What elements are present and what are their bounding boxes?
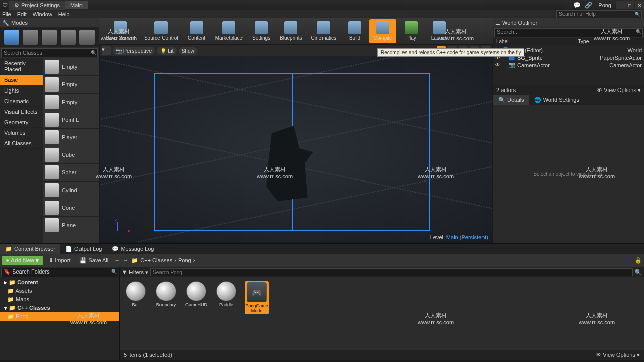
mode-foliage-icon[interactable] xyxy=(61,30,76,45)
cat-geometry[interactable]: Geometry xyxy=(0,117,43,128)
asset-item[interactable]: 🎮PongGame Mode xyxy=(245,281,269,314)
breadcrumb-item[interactable]: Pong xyxy=(178,257,191,263)
assets-search-input[interactable] xyxy=(150,268,633,276)
asset-item[interactable]: Ball xyxy=(124,281,148,307)
cat-basic[interactable]: Basic xyxy=(0,75,43,85)
class-icon xyxy=(126,281,146,301)
close-button[interactable]: ✕ xyxy=(635,1,644,9)
outliner-icon: ☰ xyxy=(495,20,500,26)
add-new-button[interactable]: + Add New ▾ xyxy=(2,256,43,265)
tab-main[interactable]: Main xyxy=(65,1,88,9)
lit-button[interactable]: 💡 Lit xyxy=(157,47,176,55)
col-label[interactable]: Label xyxy=(493,38,575,46)
save-all-button[interactable]: 💾 Save All xyxy=(76,256,111,265)
sphere-icon xyxy=(45,165,59,179)
compile-button[interactable]: Compile xyxy=(369,19,396,43)
settings-button[interactable]: Settings xyxy=(248,19,275,43)
launch-button[interactable]: Launch xyxy=(426,19,453,43)
menu-edit[interactable]: Edit xyxy=(17,11,27,17)
mode-landscape-icon[interactable] xyxy=(42,30,57,45)
cinematics-button[interactable]: Cinematics xyxy=(307,19,340,43)
tab-message-log[interactable]: 💬Message Log xyxy=(107,244,159,254)
import-button[interactable]: ⬇ Import xyxy=(46,256,73,265)
tab-world-settings[interactable]: 🌐World Settings xyxy=(529,95,584,105)
tree-content[interactable]: ▸ 📁 Content xyxy=(0,278,119,287)
tab-details[interactable]: 🔍Details xyxy=(493,95,529,105)
tree-search-input[interactable]: 🔖 Search Folders xyxy=(1,268,118,277)
cat-cinematic[interactable]: Cinematic xyxy=(0,96,43,107)
viewport[interactable]: xz Level: Main (Persistent) xyxy=(100,56,492,242)
search-icon: 🔍 xyxy=(635,269,642,276)
tree-pong[interactable]: 📁 Pong xyxy=(0,312,119,321)
cat-recently-placed[interactable]: Recently Placed xyxy=(0,58,43,75)
content-button[interactable]: Content xyxy=(183,19,210,43)
tree-assets[interactable]: 📁 Assets xyxy=(0,287,119,295)
project-name: Pong xyxy=(594,1,615,9)
outliner-row[interactable]: 👁📷CameraActorCameraActor xyxy=(493,61,644,69)
menu-window[interactable]: Window xyxy=(33,11,52,17)
search-help-input[interactable]: Search For Help xyxy=(556,10,642,18)
placeable-item[interactable]: Cube xyxy=(43,146,99,164)
tree-cpp-classes[interactable]: ▾ 📁 C++ Classes xyxy=(0,304,119,312)
play-icon xyxy=(405,21,418,34)
nav-forward-icon[interactable]: → xyxy=(123,257,128,263)
cat-visual-effects[interactable]: Visual Effects xyxy=(0,107,43,117)
mode-place-icon[interactable] xyxy=(4,30,19,45)
modes-icon: 🔧 xyxy=(2,20,9,26)
placeable-list: Empty Empty Empty Point L Player Cube Sp… xyxy=(43,58,99,243)
minimize-button[interactable]: — xyxy=(616,1,625,9)
view-options-button[interactable]: 👁 View Options ▾ xyxy=(596,352,640,358)
placeable-item[interactable]: Plane xyxy=(43,217,99,234)
search-classes-input[interactable]: Search Classes xyxy=(1,48,98,57)
blueprints-button[interactable]: Blueprints xyxy=(276,19,306,43)
tab-output-log[interactable]: 📄Output Log xyxy=(60,244,107,254)
cat-lights[interactable]: Lights xyxy=(0,85,43,96)
tab-project-settings[interactable]: ⚙Project Settings xyxy=(9,1,65,10)
visibility-icon[interactable]: 👁 xyxy=(495,62,500,68)
placeable-item[interactable]: Spher xyxy=(43,164,99,182)
asset-item[interactable]: Boundary xyxy=(154,281,178,307)
cat-volumes[interactable]: Volumes xyxy=(0,128,43,138)
asset-item[interactable]: Paddle xyxy=(214,281,238,307)
build-button[interactable]: Build xyxy=(341,19,368,43)
breadcrumb-item[interactable]: C++ Classes xyxy=(140,257,172,263)
view-options-button[interactable]: 👁 View Options ▾ xyxy=(597,87,641,94)
menu-help[interactable]: Help xyxy=(58,11,70,17)
marketplace-button[interactable]: Marketplace xyxy=(211,19,247,43)
blueprints-icon xyxy=(284,21,297,34)
tree-maps[interactable]: 📁 Maps xyxy=(0,295,119,304)
chat-icon[interactable]: 💬 xyxy=(571,2,583,9)
placeable-item[interactable]: Empty xyxy=(43,94,99,111)
placeable-item[interactable]: Cone xyxy=(43,199,99,217)
source-icon[interactable]: 🔗 xyxy=(583,2,594,9)
perspective-button[interactable]: 📷 Perspective xyxy=(113,47,155,55)
cat-all-classes[interactable]: All Classes xyxy=(0,138,43,149)
source-control-button[interactable]: Source Control xyxy=(140,19,182,43)
placeable-item[interactable]: Empty xyxy=(43,58,99,76)
tab-content-browser[interactable]: 📁Content Browser xyxy=(0,244,60,254)
bottom-tabs: 📁Content Browser 📄Output Log 💬Message Lo… xyxy=(0,244,644,254)
lock-icon[interactable]: 🔓 xyxy=(635,257,642,264)
placeable-item[interactable]: Point L xyxy=(43,111,99,129)
viewport-menu-icon[interactable]: ▾ xyxy=(102,46,111,55)
asset-item[interactable]: GameHUD xyxy=(184,281,208,307)
play-button[interactable]: Play xyxy=(397,19,425,43)
mode-geometry-icon[interactable] xyxy=(79,30,95,45)
main-toolbar: Save Current Source Control Content Mark… xyxy=(99,18,493,44)
menu-file[interactable]: File xyxy=(2,11,11,17)
class-icon xyxy=(156,281,176,301)
category-list: Recently Placed Basic Lights Cinematic V… xyxy=(0,58,43,243)
mode-paint-icon[interactable] xyxy=(23,30,38,45)
filters-button[interactable]: ▼ Filters ▾ xyxy=(122,269,148,276)
nav-back-icon[interactable]: ← xyxy=(114,257,120,263)
placeable-item[interactable]: Player xyxy=(43,129,99,146)
build-icon xyxy=(348,21,361,34)
placeable-item[interactable]: Cylind xyxy=(43,182,99,199)
col-type[interactable]: Type xyxy=(575,38,644,46)
marketplace-icon xyxy=(222,21,235,34)
outliner-search-input[interactable]: Search... xyxy=(494,28,643,37)
save-current-button[interactable]: Save Current xyxy=(102,19,139,43)
maximize-button[interactable]: □ xyxy=(625,1,634,9)
placeable-item[interactable]: Empty xyxy=(43,76,99,94)
show-button[interactable]: Show xyxy=(179,47,197,55)
